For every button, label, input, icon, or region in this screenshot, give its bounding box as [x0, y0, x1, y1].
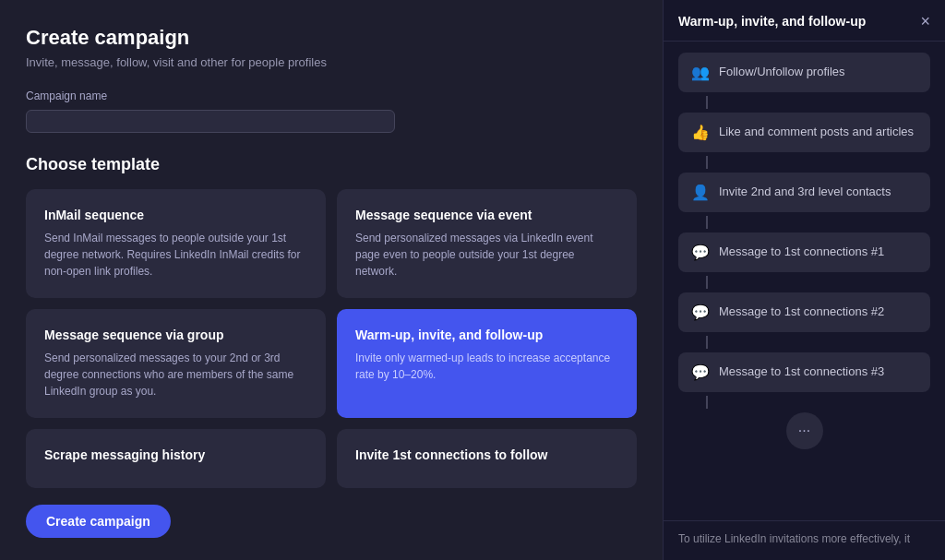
create-campaign-button[interactable]: Create campaign	[26, 505, 171, 538]
right-panel-item[interactable]: 💬Message to 1st connections #1	[678, 232, 930, 272]
template-card-title: Message sequence via group	[44, 328, 307, 342]
connector-dot	[706, 216, 708, 229]
template-card-desc: Invite only warmed-up leads to increase …	[355, 350, 618, 383]
page-subtitle: Invite, message, follow, visit and other…	[26, 55, 637, 69]
right-panel-item-icon: 👥	[691, 64, 710, 81]
right-panel-footer: To utilize LinkedIn invitations more eff…	[664, 520, 945, 560]
right-panel-item[interactable]: 💬Message to 1st connections #2	[678, 292, 930, 332]
right-panel-item-label: Follow/Unfollow profiles	[719, 65, 845, 80]
template-card-desc: Send InMail messages to people outside y…	[44, 230, 307, 280]
template-card-scrape[interactable]: Scrape messaging history	[26, 429, 326, 488]
right-panel-item-icon: 💬	[691, 304, 710, 321]
right-panel-header: Warm-up, invite, and follow-up ×	[664, 0, 945, 42]
template-card-desc: Send personalized messages to your 2nd o…	[44, 350, 307, 399]
connector-dot	[706, 336, 708, 349]
right-panel-item[interactable]: 👍Like and comment posts and articles	[678, 113, 930, 152]
right-panel-item-label: Message to 1st connections #1	[719, 244, 884, 260]
template-card-title: Invite 1st connections to follow	[355, 447, 618, 462]
right-panel-list: 👥Follow/Unfollow profiles👍Like and comme…	[664, 42, 945, 520]
template-card-message-group[interactable]: Message sequence via groupSend personali…	[26, 309, 326, 418]
right-panel-item[interactable]: 👤Invite 2nd and 3rd level contacts	[678, 173, 930, 212]
close-button[interactable]: ×	[920, 13, 930, 30]
template-card-message-event[interactable]: Message sequence via eventSend personali…	[337, 189, 637, 298]
connector-dot	[706, 276, 708, 289]
connector-dot	[706, 396, 708, 409]
template-card-invite-1st[interactable]: Invite 1st connections to follow	[337, 429, 637, 488]
more-button-container: ···	[678, 412, 930, 449]
right-panel-item-label: Invite 2nd and 3rd level contacts	[719, 185, 891, 200]
template-grid: InMail sequenceSend InMail messages to p…	[26, 189, 637, 488]
right-panel-footer-text: To utilize LinkedIn invitations more eff…	[678, 530, 930, 547]
connector-dot	[706, 96, 708, 109]
campaign-name-input[interactable]	[26, 110, 395, 133]
campaign-name-label: Campaign name	[26, 89, 637, 102]
right-panel: Warm-up, invite, and follow-up × 👥Follow…	[663, 0, 945, 560]
template-card-title: Message sequence via event	[355, 208, 618, 222]
right-panel-item[interactable]: 👥Follow/Unfollow profiles	[678, 53, 930, 92]
template-card-desc: Send personalized messages via LinkedIn …	[355, 230, 618, 280]
template-card-inmail[interactable]: InMail sequenceSend InMail messages to p…	[26, 189, 326, 298]
right-panel-item-icon: 💬	[691, 363, 710, 381]
right-panel-item-icon: 👍	[691, 124, 710, 141]
right-panel-title: Warm-up, invite, and follow-up	[678, 14, 866, 29]
choose-template-title: Choose template	[26, 155, 637, 174]
right-panel-item-label: Message to 1st connections #2	[719, 304, 884, 320]
right-panel-item-icon: 💬	[691, 244, 710, 261]
connector-dot	[706, 156, 708, 169]
right-panel-item[interactable]: 💬Message to 1st connections #3	[678, 352, 930, 392]
template-card-title: Warm-up, invite, and follow-up	[355, 328, 618, 342]
template-card-title: Scrape messaging history	[44, 447, 307, 462]
right-panel-item-icon: 👤	[691, 184, 710, 201]
more-button[interactable]: ···	[786, 412, 823, 449]
template-card-warmup[interactable]: Warm-up, invite, and follow-upInvite onl…	[337, 309, 637, 418]
page-title: Create campaign	[26, 26, 637, 50]
template-card-title: InMail sequence	[44, 208, 307, 222]
left-panel: Create campaign Invite, message, follow,…	[0, 0, 663, 560]
right-panel-item-label: Message to 1st connections #3	[719, 364, 884, 380]
right-panel-item-label: Like and comment posts and articles	[719, 125, 914, 140]
